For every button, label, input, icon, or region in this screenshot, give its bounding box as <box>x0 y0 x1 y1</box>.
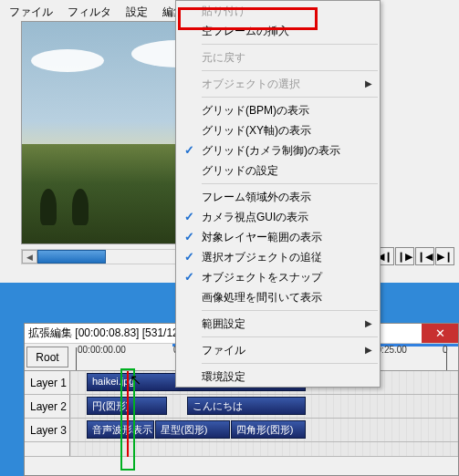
step-fwd-button[interactable]: ❙▶ <box>395 247 414 265</box>
cm-file[interactable]: ファイル ▶ <box>176 340 380 360</box>
layer-row-empty <box>25 442 458 457</box>
clip-hello[interactable]: こんにちは <box>187 397 306 415</box>
cm-thinning[interactable]: 画像処理を間引いて表示 <box>176 287 380 307</box>
go-start-button[interactable]: ❙◀ <box>415 247 434 265</box>
separator <box>202 183 378 184</box>
cm-cam-gui[interactable]: ✓ カメラ視点GUIの表示 <box>176 207 380 227</box>
cm-select-object: オブジェクトの選択 ▶ <box>176 74 380 94</box>
cm-label: ファイル <box>202 343 245 358</box>
cm-paste: 貼り付け <box>176 1 380 21</box>
cm-snap[interactable]: ✓ オブジェクトをスナップ <box>176 267 380 287</box>
cm-label: 対象レイヤー範囲の表示 <box>202 230 322 245</box>
check-icon: ✓ <box>182 143 196 158</box>
scroll-thumb[interactable] <box>37 250 106 264</box>
layer-row: Layer 2 円(図形) こんにちは <box>25 395 458 419</box>
cm-env[interactable]: 環境設定 <box>176 367 380 387</box>
cm-layer-range[interactable]: ✓ 対象レイヤー範囲の表示 <box>176 227 380 247</box>
check-icon: ✓ <box>182 250 196 264</box>
check-icon: ✓ <box>182 210 196 224</box>
cm-grid-xy[interactable]: グリッド(XY軸)の表示 <box>176 120 380 140</box>
separator <box>202 310 378 311</box>
chevron-right-icon: ▶ <box>365 78 372 88</box>
close-button[interactable]: ✕ <box>422 324 458 343</box>
check-icon: ✓ <box>182 270 196 285</box>
cm-label: オブジェクトをスナップ <box>202 270 322 285</box>
separator <box>202 97 378 98</box>
separator <box>202 70 378 71</box>
layer-row: Layer 3 音声波形表示 星型(図形) 四角形(図形) <box>25 419 458 442</box>
cm-grid-cfg[interactable]: グリッドの設定 <box>176 160 380 181</box>
menu-settings[interactable]: 設定 <box>119 2 155 23</box>
timeline-title: 拡張編集 [00:00:08.83] [531/1265] <box>28 326 193 341</box>
separator <box>202 44 378 45</box>
cm-revert: 元に戻す <box>176 47 380 67</box>
playhead[interactable] <box>127 371 129 457</box>
scroll-left-icon[interactable]: ◀ <box>22 250 37 264</box>
chevron-right-icon: ▶ <box>365 318 372 328</box>
cm-label: 選択オブジェクトの追従 <box>202 250 322 265</box>
cm-range[interactable]: 範囲設定 ▶ <box>176 314 380 334</box>
chevron-right-icon: ▶ <box>365 345 372 355</box>
layer-label-2[interactable]: Layer 2 <box>25 395 70 418</box>
cm-label: グリッド(カメラ制御)の表示 <box>202 143 340 159</box>
separator <box>202 363 378 364</box>
tick-label: 00:00:00.00 <box>78 345 126 355</box>
layer-label-1[interactable]: Layer 1 <box>25 371 70 394</box>
transport-controls: ◀❙ ❙▶ ❙◀ ▶❙ <box>375 247 454 265</box>
check-icon: ✓ <box>182 230 196 244</box>
cm-grid-cam[interactable]: ✓ グリッド(カメラ制御)の表示 <box>176 140 380 160</box>
cm-label: カメラ視点GUIの表示 <box>202 210 308 225</box>
layer-label-3[interactable]: Layer 3 <box>25 419 70 441</box>
menu-filter[interactable]: フィルタ <box>60 2 119 23</box>
cm-follow-sel[interactable]: ✓ 選択オブジェクトの追従 <box>176 247 380 267</box>
separator <box>202 336 378 337</box>
clip-star[interactable]: 星型(図形) <box>155 420 230 439</box>
menu-file[interactable]: ファイル <box>2 2 60 23</box>
cm-grid-bpm[interactable]: グリッド(BPM)の表示 <box>176 100 380 120</box>
context-menu: 貼り付け 空フレームの挿入 元に戻す オブジェクトの選択 ▶ グリッド(BPM)… <box>175 0 381 388</box>
clip-square[interactable]: 四角形(図形) <box>231 420 306 439</box>
cm-label: オブジェクトの選択 <box>202 77 300 92</box>
cm-label: 範囲設定 <box>202 316 245 332</box>
go-end-button[interactable]: ▶❙ <box>435 247 454 265</box>
root-button[interactable]: Root <box>26 347 68 367</box>
cm-outside[interactable]: フレーム領域外の表示 <box>176 187 380 207</box>
cm-insert-empty-frame[interactable]: 空フレームの挿入 <box>176 21 380 41</box>
layer-label-empty <box>25 442 70 456</box>
